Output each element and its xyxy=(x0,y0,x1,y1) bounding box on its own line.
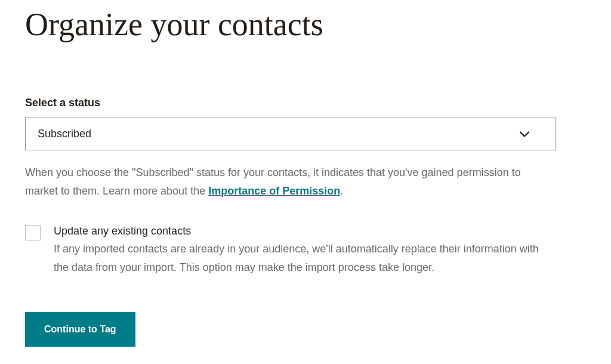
update-existing-label: Update any existing contacts xyxy=(54,225,556,237)
page-title: Organize your contacts xyxy=(25,6,586,43)
chevron-down-icon xyxy=(520,129,529,139)
update-existing-description: If any imported contacts are already in … xyxy=(54,240,556,276)
status-field-label: Select a status xyxy=(25,97,586,109)
status-help-text: When you choose the "Subscribed" status … xyxy=(25,164,556,200)
status-select[interactable]: Subscribed xyxy=(25,118,556,150)
update-existing-checkbox[interactable] xyxy=(25,225,41,240)
status-help-suffix: . xyxy=(340,185,343,197)
status-select-value: Subscribed xyxy=(38,128,91,140)
continue-button[interactable]: Continue to Tag xyxy=(25,312,135,347)
permission-link[interactable]: Importance of Permission xyxy=(208,185,340,197)
